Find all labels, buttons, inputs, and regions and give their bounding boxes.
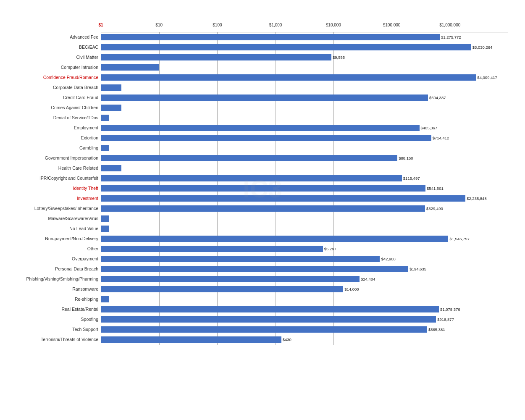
bar-wrapper: $2,235,848: [101, 194, 508, 203]
bar-fill: $1,545,797: [101, 236, 448, 242]
bar-label: No Lead Value: [10, 226, 101, 231]
bar-label: Corporate Data Breach: [10, 85, 101, 90]
bar-fill: $88,150: [101, 155, 397, 161]
bar-fill: [101, 105, 121, 111]
bar-fill: $4,009,417: [101, 74, 476, 81]
bar-wrapper: $714,412: [101, 133, 508, 142]
bar-value: $194,635: [408, 267, 426, 271]
bar-row: Gambling: [101, 143, 508, 152]
bar-row: Personal Data Breach$194,635: [101, 264, 508, 273]
bar-row: Re-shipping: [101, 294, 508, 304]
bar-fill: $3,030,264: [101, 44, 471, 50]
bar-fill: $9,555: [101, 54, 331, 60]
bar-fill: $541,501: [101, 185, 425, 192]
bar-row: Confidence Fraud/Romance$4,009,417: [101, 73, 508, 82]
bar-label: Employment: [10, 125, 101, 130]
bar-fill: [101, 115, 109, 121]
bar-row: IPR/Copyright and Counterfeit$115,497: [101, 173, 508, 183]
bar-wrapper: $529,490: [101, 204, 508, 213]
x-tick: $10,000: [326, 23, 341, 27]
bar-row: Credit Card Fraud$604,337: [101, 93, 508, 102]
bar-label: Civil Matter: [10, 55, 101, 60]
bar-row: Civil Matter$9,555: [101, 52, 508, 62]
bar-row: Computer Intrusion: [101, 63, 508, 72]
bar-fill: [101, 145, 109, 151]
bar-label: Denial of Service/TDos: [10, 115, 101, 120]
bar-label: Health Care Related: [10, 165, 101, 171]
bar-row: Terrorism/Threats of Violence$430: [101, 335, 508, 344]
bar-wrapper: $9,555: [101, 52, 508, 62]
bar-value: $1,078,376: [439, 307, 460, 312]
bar-value: $42,908: [380, 257, 395, 261]
x-tick: $100,000: [383, 23, 401, 27]
bar-fill: [101, 226, 109, 232]
bar-wrapper: $42,908: [101, 254, 508, 263]
bar-row: Non-payment/Non-Delivery$1,545,797: [101, 234, 508, 243]
bar-row: Crimes Against Children: [101, 103, 508, 112]
bar-fill: [101, 165, 121, 171]
bar-wrapper: $541,501: [101, 184, 508, 193]
bar-wrapper: $194,635: [101, 264, 508, 273]
bar-row: Advanced Fee$1,275,772: [101, 32, 508, 42]
bar-row: Government Impersonation$88,150: [101, 153, 508, 163]
bar-row: Denial of Service/TDos: [101, 113, 508, 122]
bar-label: Personal Data Breach: [10, 266, 101, 271]
bar-value: $918,877: [436, 317, 454, 322]
x-tick: $1: [98, 23, 103, 27]
bar-fill: $42,908: [101, 256, 380, 262]
bar-fill: [101, 84, 121, 91]
bar-label: IPR/Copyright and Counterfeit: [10, 176, 101, 181]
bar-label: Real Estate/Rental: [10, 307, 101, 312]
bar-wrapper: $1,275,772: [101, 32, 508, 42]
bar-value: $1,545,797: [448, 236, 470, 241]
bar-value: $565,381: [427, 327, 445, 332]
bar-wrapper: [101, 224, 508, 233]
bar-label: Tech Support: [10, 327, 101, 332]
bar-value: $115,497: [402, 176, 420, 181]
bar-wrapper: [101, 163, 508, 173]
bar-label: Other: [10, 246, 101, 251]
bar-wrapper: [101, 294, 508, 304]
bar-fill: $405,367: [101, 125, 420, 131]
bar-row: Overpayment$42,908: [101, 254, 508, 263]
bar-label: Spoofing: [10, 317, 101, 322]
bar-wrapper: [101, 143, 508, 152]
bar-wrapper: $4,009,417: [101, 73, 508, 82]
bar-label: Identity Theft: [10, 186, 101, 191]
bar-wrapper: $88,150: [101, 153, 508, 163]
bar-row: Malware/Scareware/Virus: [101, 214, 508, 223]
bar-wrapper: $604,337: [101, 93, 508, 102]
bar-wrapper: $14,000: [101, 284, 508, 294]
bar-row: Corporate Data Breach: [101, 83, 508, 92]
x-axis-row: $1$10$100$1,000$10,000$100,000$1,000,000: [101, 23, 508, 31]
bar-label: Re-shipping: [10, 297, 101, 302]
bar-value: $430: [281, 337, 291, 342]
bar-value: $541,501: [425, 186, 444, 191]
bar-value: $405,367: [420, 126, 438, 130]
bar-fill: [101, 296, 109, 302]
bar-fill: [101, 64, 159, 71]
bar-fill: $565,381: [101, 326, 427, 333]
bar-fill: [101, 215, 109, 222]
bar-label: Lottery/Sweepstakes/Inheritance: [10, 206, 101, 211]
bar-row: Spoofing$918,877: [101, 315, 508, 324]
bar-value: $1,275,772: [440, 35, 461, 39]
bar-wrapper: $405,367: [101, 123, 508, 132]
bar-value: $4,009,417: [476, 75, 497, 80]
bar-wrapper: [101, 113, 508, 122]
bar-label: Investment: [10, 196, 101, 201]
x-tick: $1,000,000: [439, 23, 460, 27]
bar-fill: $24,484: [101, 276, 360, 282]
bar-wrapper: $3,030,264: [101, 42, 508, 52]
bar-label: Government Impersonation: [10, 155, 101, 160]
bar-row: No Lead Value: [101, 224, 508, 233]
bar-value: $88,150: [397, 156, 413, 160]
x-tick: $10: [155, 23, 163, 27]
bar-value: $604,337: [428, 95, 446, 100]
bar-row: Identity Theft$541,501: [101, 184, 508, 193]
bar-label: Gambling: [10, 145, 101, 150]
bar-row: BEC/EAC$3,030,264: [101, 42, 508, 52]
bar-value: $714,412: [431, 136, 449, 140]
bar-fill: $14,000: [101, 286, 343, 292]
bar-wrapper: $5,297: [101, 244, 508, 253]
